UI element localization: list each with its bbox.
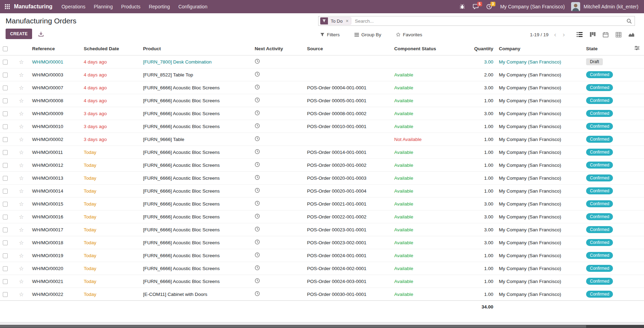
next-activity-clock-icon[interactable] <box>255 84 260 90</box>
table-row[interactable]: ☆ WH/MO/00002 3 days ago [FURN_9666] Tab… <box>0 133 644 146</box>
row-checkbox[interactable] <box>3 137 8 142</box>
row-checkbox[interactable] <box>3 292 8 297</box>
table-row[interactable]: ☆ WH/MO/00018 Today [FURN_6666] Acoustic… <box>0 236 644 249</box>
row-checkbox[interactable] <box>3 73 8 77</box>
next-activity-clock-icon[interactable] <box>255 110 260 115</box>
favorite-star-icon[interactable]: ☆ <box>19 136 24 142</box>
favorite-star-icon[interactable]: ☆ <box>19 59 24 65</box>
column-quantity[interactable]: Quantity <box>465 42 496 55</box>
app-name[interactable]: Manufacturing <box>14 3 52 10</box>
pivot-view-icon[interactable] <box>615 31 622 38</box>
search-input[interactable] <box>354 18 627 24</box>
row-checkbox[interactable] <box>3 266 8 271</box>
table-row[interactable]: ☆ WH/MO/00003 4 days ago [FURN_8522] Tab… <box>0 68 644 81</box>
activities-clock-icon[interactable]: 3 <box>484 2 494 11</box>
next-activity-clock-icon[interactable] <box>255 252 260 258</box>
select-all-checkbox[interactable] <box>3 46 8 51</box>
search-icon[interactable] <box>627 18 632 24</box>
company-switcher[interactable]: My Company (San Francisco) <box>497 4 568 9</box>
user-avatar[interactable] <box>571 2 580 11</box>
row-checkbox[interactable] <box>3 98 8 103</box>
favorite-star-icon[interactable]: ☆ <box>19 111 24 117</box>
table-row[interactable]: ☆ WH/MO/00016 Today [FURN_6666] Acoustic… <box>0 210 644 223</box>
next-activity-clock-icon[interactable] <box>255 123 260 128</box>
next-activity-clock-icon[interactable] <box>255 291 260 296</box>
table-row[interactable]: ☆ WH/MO/00009 3 days ago [FURN_6666] Aco… <box>0 107 644 120</box>
list-view-icon[interactable] <box>576 31 583 38</box>
messages-icon[interactable]: 5 <box>471 2 481 11</box>
next-activity-clock-icon[interactable] <box>255 214 260 219</box>
scrollbar-thumb[interactable] <box>0 325 586 328</box>
graph-view-icon[interactable] <box>628 31 635 38</box>
column-scheduled-date[interactable]: Scheduled Date <box>81 42 140 55</box>
facet-remove-icon[interactable]: × <box>345 17 351 24</box>
group-by-button[interactable]: Group By <box>352 32 383 38</box>
next-activity-clock-icon[interactable] <box>255 188 260 193</box>
table-row[interactable]: ☆ WH/MO/00010 3 days ago [FURN_6666] Aco… <box>0 120 644 133</box>
table-row[interactable]: ☆ WH/MO/00017 Today [FURN_6666] Acoustic… <box>0 223 644 236</box>
filters-button[interactable]: Filters <box>318 32 342 38</box>
apps-grid-icon[interactable] <box>4 4 13 9</box>
create-button[interactable]: CREATE <box>6 29 32 39</box>
row-checkbox[interactable] <box>3 85 8 90</box>
next-activity-clock-icon[interactable] <box>255 136 260 141</box>
favorite-star-icon[interactable]: ☆ <box>19 240 24 246</box>
row-checkbox[interactable] <box>3 176 8 181</box>
favorite-star-icon[interactable]: ☆ <box>19 188 24 194</box>
next-activity-clock-icon[interactable] <box>255 278 260 283</box>
row-checkbox[interactable] <box>3 111 8 116</box>
next-activity-clock-icon[interactable] <box>255 149 260 154</box>
favorite-star-icon[interactable]: ☆ <box>19 266 24 271</box>
favorite-star-icon[interactable]: ☆ <box>19 291 24 297</box>
row-checkbox[interactable] <box>3 240 8 245</box>
row-checkbox[interactable] <box>3 253 8 258</box>
menu-configuration[interactable]: Configuration <box>174 0 211 13</box>
row-checkbox[interactable] <box>3 124 8 129</box>
search-facet[interactable]: To Do × <box>320 17 351 25</box>
favorite-star-icon[interactable]: ☆ <box>19 201 24 207</box>
row-checkbox[interactable] <box>3 202 8 207</box>
debug-bug-icon[interactable] <box>457 2 467 11</box>
row-checkbox[interactable] <box>3 60 8 65</box>
next-activity-clock-icon[interactable] <box>255 175 260 180</box>
row-checkbox[interactable] <box>3 189 8 194</box>
pager-previous-icon[interactable]: ‹ <box>553 32 557 37</box>
table-row[interactable]: ☆ WH/MO/00011 Today [FURN_6666] Acoustic… <box>0 146 644 159</box>
row-checkbox[interactable] <box>3 279 8 284</box>
horizontal-scrollbar[interactable] <box>0 325 644 328</box>
menu-operations[interactable]: Operations <box>57 0 89 13</box>
favorite-star-icon[interactable]: ☆ <box>19 98 24 104</box>
next-activity-clock-icon[interactable] <box>255 97 260 103</box>
next-activity-clock-icon[interactable] <box>255 162 260 167</box>
favorite-star-icon[interactable]: ☆ <box>19 162 24 168</box>
table-row[interactable]: ☆ WH/MO/00012 Today [FURN_6666] Acoustic… <box>0 159 644 172</box>
row-checkbox[interactable] <box>3 228 8 232</box>
menu-products[interactable]: Products <box>117 0 144 13</box>
column-product[interactable]: Product <box>140 42 252 55</box>
next-activity-clock-icon[interactable] <box>255 226 260 232</box>
favorite-star-icon[interactable]: ☆ <box>19 227 24 233</box>
row-checkbox[interactable] <box>3 150 8 155</box>
table-row[interactable]: ☆ WH/MO/00015 Today [FURN_6666] Acoustic… <box>0 197 644 210</box>
table-row[interactable]: ☆ WH/MO/00020 Today [FURN_6666] Acoustic… <box>0 262 644 275</box>
column-state[interactable]: State <box>583 42 630 55</box>
pager-value[interactable]: 1-19 / 19 <box>530 32 548 37</box>
row-checkbox[interactable] <box>3 163 8 168</box>
column-source[interactable]: Source <box>304 42 391 55</box>
next-activity-clock-icon[interactable] <box>255 265 260 270</box>
favorite-star-icon[interactable]: ☆ <box>19 253 24 259</box>
favorite-star-icon[interactable]: ☆ <box>19 124 24 129</box>
next-activity-clock-icon[interactable] <box>255 239 260 245</box>
favorite-star-icon[interactable]: ☆ <box>19 175 24 181</box>
user-menu[interactable]: Mitchell Admin (kit_enter) <box>584 4 640 9</box>
favorite-star-icon[interactable]: ☆ <box>19 214 24 220</box>
pager-next-icon[interactable]: › <box>562 32 566 37</box>
favorite-star-icon[interactable]: ☆ <box>19 278 24 284</box>
column-next-activity[interactable]: Next Activity <box>252 42 304 55</box>
table-row[interactable]: ☆ WH/MO/00001 4 days ago [FURN_7800] Des… <box>0 55 644 68</box>
table-row[interactable]: ☆ WH/MO/00019 Today [FURN_6666] Acoustic… <box>0 249 644 262</box>
export-icon[interactable] <box>38 31 44 37</box>
table-row[interactable]: ☆ WH/MO/00007 4 days ago [FURN_6666] Aco… <box>0 81 644 94</box>
next-activity-clock-icon[interactable] <box>255 201 260 206</box>
table-row[interactable]: ☆ WH/MO/00014 Today [FURN_6666] Acoustic… <box>0 185 644 197</box>
